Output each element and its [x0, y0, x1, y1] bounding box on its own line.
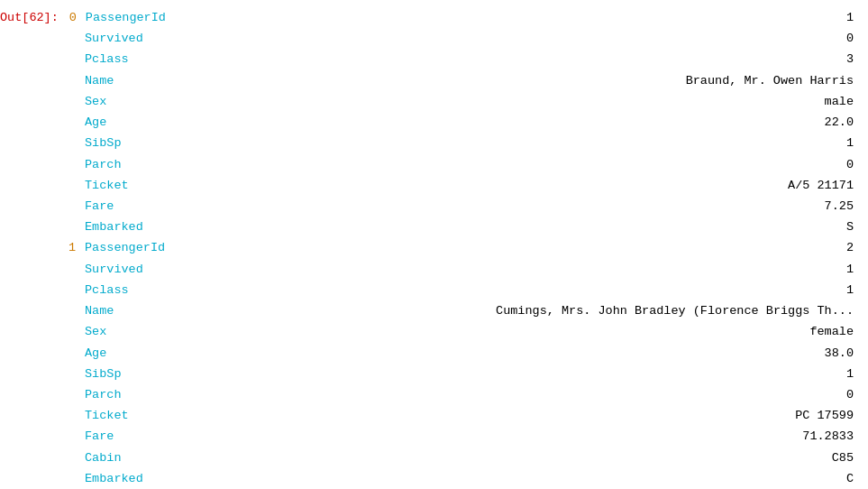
field-name: Fare: [83, 426, 191, 447]
field-value: 1: [191, 133, 868, 153]
table-row: Pclass 1: [0, 280, 868, 300]
field-name: Name: [83, 70, 191, 91]
field-name: PassengerId: [83, 237, 191, 258]
field-value: PC 17599: [191, 405, 868, 426]
field-value: 71.2833: [191, 426, 868, 447]
table-row: Parch 0: [0, 384, 868, 405]
table-row: Name Braund, Mr. Owen Harris: [0, 70, 868, 91]
field-name: Age: [83, 343, 191, 364]
field-value: 22.0: [191, 112, 868, 133]
table-row: Fare 7.25: [0, 196, 868, 217]
table-row: Name Cumings, Mrs. John Bradley (Florenc…: [0, 300, 868, 321]
field-value: male: [191, 91, 868, 112]
table-row: Embarked C: [0, 468, 868, 489]
records-container: Out[62]: 0 PassengerId 1 Survived 0 Pcla…: [0, 7, 868, 489]
field-value: 2: [191, 237, 868, 258]
table-row: SibSp 1: [0, 364, 868, 384]
field-name: Survived: [83, 259, 191, 280]
field-value: 1: [191, 259, 868, 280]
table-row: Parch 0: [0, 154, 868, 175]
table-row: Out[62]: 0 PassengerId 1: [0, 7, 868, 28]
table-row: 1 PassengerId 2: [0, 237, 868, 258]
table-row: Ticket PC 17599: [0, 405, 868, 426]
field-value: 0: [191, 384, 868, 405]
output-container: Out[62]: 0 PassengerId 1 Survived 0 Pcla…: [0, 0, 868, 489]
field-name: Pclass: [83, 49, 191, 69]
field-name: Fare: [83, 196, 191, 217]
field-value: C85: [191, 447, 868, 468]
field-value: S: [191, 217, 868, 237]
field-value: C: [191, 468, 868, 489]
field-value: Braund, Mr. Owen Harris: [191, 70, 868, 91]
field-name: Name: [83, 300, 191, 321]
table-row: Pclass 3: [0, 49, 868, 69]
table-row: Ticket A/5 21171: [0, 175, 868, 196]
field-name: Survived: [83, 28, 191, 49]
field-name: Age: [83, 112, 191, 133]
field-name: PassengerId: [84, 7, 192, 28]
field-name: SibSp: [83, 364, 191, 384]
field-name: SibSp: [83, 133, 191, 153]
table-row: Cabin C85: [0, 447, 868, 468]
field-value: female: [191, 321, 868, 342]
out-label: Out[62]:: [0, 7, 66, 28]
table-row: Survived 0: [0, 28, 868, 49]
field-name: Parch: [83, 384, 191, 405]
table-row: Embarked S: [0, 217, 868, 237]
field-value: 1: [192, 7, 868, 28]
field-name: Parch: [83, 154, 191, 175]
field-name: Sex: [83, 321, 191, 342]
field-value: 38.0: [191, 343, 868, 364]
table-row: Age 38.0: [0, 343, 868, 364]
field-name: Ticket: [83, 175, 191, 196]
field-value: A/5 21171: [191, 175, 868, 196]
table-row: Sex male: [0, 91, 868, 112]
field-name: Ticket: [83, 405, 191, 426]
field-name: Cabin: [83, 447, 191, 468]
field-value: 3: [191, 49, 868, 69]
table-row: Sex female: [0, 321, 868, 342]
field-value: 1: [191, 364, 868, 384]
field-name: Pclass: [83, 280, 191, 300]
field-value: 1: [191, 280, 868, 300]
field-value: 0: [191, 28, 868, 49]
field-value: Cumings, Mrs. John Bradley (Florence Bri…: [191, 300, 868, 321]
record-index-1: 1: [65, 237, 83, 258]
record-index-0: 0: [66, 7, 84, 28]
table-row: SibSp 1: [0, 133, 868, 153]
table-row: Age 22.0: [0, 112, 868, 133]
field-value: 7.25: [191, 196, 868, 217]
field-name: Sex: [83, 91, 191, 112]
table-row: Fare 71.2833: [0, 426, 868, 447]
field-value: 0: [191, 154, 868, 175]
field-name: Embarked: [83, 468, 191, 489]
field-name: Embarked: [83, 217, 191, 237]
table-row: Survived 1: [0, 259, 868, 280]
